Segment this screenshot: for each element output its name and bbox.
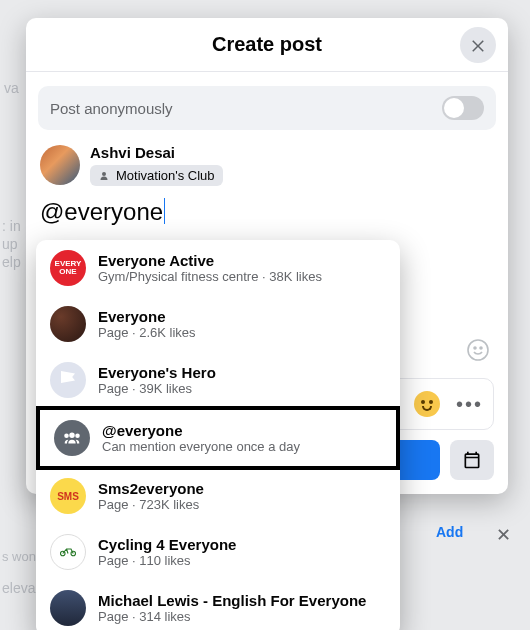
suggestion-avatar — [50, 362, 86, 398]
bg-add-link[interactable]: Add — [436, 524, 463, 540]
suggestion-item[interactable]: EVERYONE Everyone Active Gym/Physical fi… — [36, 240, 400, 296]
anonymous-toggle[interactable] — [442, 96, 484, 120]
suggestion-item[interactable]: Michael Lewis - English For Everyone Pag… — [36, 580, 400, 630]
suggestion-title: Everyone's Hero — [98, 364, 216, 381]
suggestion-subtitle: Page · 314 likes — [98, 609, 366, 624]
suggestion-avatar: SMS — [50, 478, 86, 514]
suggestion-avatar — [50, 590, 86, 626]
suggestion-avatar — [54, 420, 90, 456]
suggestion-item[interactable]: Everyone's Hero Page · 39K likes — [36, 352, 400, 408]
suggestion-title: Michael Lewis - English For Everyone — [98, 592, 366, 609]
bicycle-icon — [59, 546, 77, 558]
suggestion-title: Everyone Active — [98, 252, 322, 269]
bg-close-x[interactable]: ✕ — [496, 524, 511, 546]
svg-point-2 — [480, 347, 482, 349]
schedule-button[interactable] — [450, 440, 494, 480]
bg-text: : in — [2, 218, 21, 234]
author-name: Ashvi Desai — [90, 144, 223, 161]
emoji-icon[interactable] — [414, 391, 440, 417]
anonymous-toggle-row: Post anonymously — [38, 86, 496, 130]
bg-text: eleva — [2, 580, 35, 596]
author-avatar[interactable] — [40, 145, 80, 185]
svg-point-0 — [468, 340, 488, 360]
suggestion-title: Cycling 4 Everyone — [98, 536, 236, 553]
suggestion-item[interactable]: SMS Sms2everyone Page · 723K likes — [36, 468, 400, 524]
audience-label: Motivation's Club — [116, 168, 215, 183]
suggestion-avatar — [50, 306, 86, 342]
close-button[interactable] — [460, 27, 496, 63]
suggestion-item[interactable]: Cycling 4 Everyone Page · 110 likes — [36, 524, 400, 580]
mention-suggestions: EVERYONE Everyone Active Gym/Physical fi… — [36, 240, 400, 630]
composer-text: @everyone — [40, 198, 163, 226]
suggestion-subtitle: Can mention everyone once a day — [102, 439, 300, 454]
suggestion-item-highlighted[interactable]: @everyone Can mention everyone once a da… — [36, 406, 400, 470]
text-caret — [164, 198, 165, 224]
anonymous-label: Post anonymously — [50, 100, 173, 117]
suggestion-title: Sms2everyone — [98, 480, 204, 497]
bg-text: elp — [2, 254, 21, 270]
bg-text: va — [4, 80, 19, 96]
smile-icon — [466, 338, 490, 362]
group-icon — [61, 427, 83, 449]
modal-header: Create post — [26, 18, 508, 72]
bg-text: up — [2, 236, 18, 252]
suggestion-title: @everyone — [102, 422, 300, 439]
bg-text: s won — [2, 549, 36, 564]
audience-chip[interactable]: Motivation's Club — [90, 165, 223, 186]
post-composer[interactable]: @everyone — [26, 192, 508, 236]
emoji-picker-button[interactable] — [464, 336, 492, 364]
suggestion-item[interactable]: Everyone Page · 2.6K likes — [36, 296, 400, 352]
calendar-icon — [462, 450, 482, 470]
suggestion-subtitle: Page · 2.6K likes — [98, 325, 196, 340]
group-icon — [98, 170, 110, 182]
suggestion-avatar — [50, 534, 86, 570]
modal-title: Create post — [212, 33, 322, 56]
suggestion-avatar: EVERYONE — [50, 250, 86, 286]
suggestion-title: Everyone — [98, 308, 196, 325]
suggestion-subtitle: Page · 39K likes — [98, 381, 216, 396]
author-row: Ashvi Desai Motivation's Club — [26, 130, 508, 192]
svg-point-1 — [474, 347, 476, 349]
close-icon — [469, 36, 487, 54]
suggestion-subtitle: Page · 110 likes — [98, 553, 236, 568]
suggestion-subtitle: Page · 723K likes — [98, 497, 204, 512]
more-options-button[interactable]: ••• — [456, 394, 483, 414]
suggestion-subtitle: Gym/Physical fitness centre · 38K likes — [98, 269, 322, 284]
